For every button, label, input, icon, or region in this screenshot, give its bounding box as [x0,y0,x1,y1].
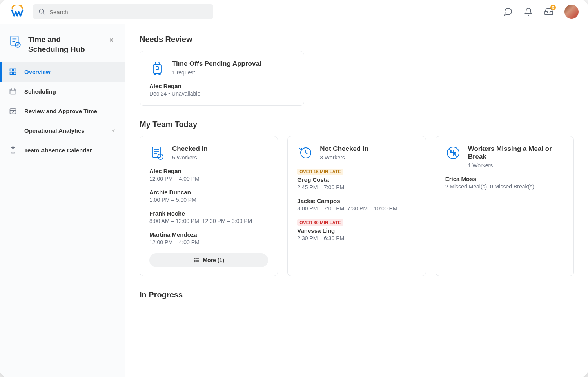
worker-entry: Martina Mendoza 12:00 PM – 4:00 PM [149,231,268,245]
svg-rect-12 [10,89,16,94]
nav-label: Overview [24,69,51,75]
late-badge: OVER 30 MIN LATE [297,219,343,226]
card-subtitle: 5 Workers [172,154,208,161]
svg-point-36 [194,260,194,260]
late-badge: OVER 15 MIN LATE [297,169,343,175]
card-subtitle: 3 Workers [320,154,368,161]
svg-rect-27 [152,147,160,157]
team-today-heading: My Team Today [140,120,574,129]
worker-entry: Frank Roche 8:00 AM – 12:00 PM, 12:30 PM… [149,210,268,224]
svg-rect-16 [10,109,16,114]
svg-point-0 [39,9,44,13]
analytics-icon [9,126,17,135]
worker-entry: OVER 15 MIN LATE Greg Costa 2:45 PM – 7:… [297,168,416,190]
worker-entry: Alec Regan 12:00 PM – 4:00 PM [149,168,268,182]
notifications-icon[interactable] [524,7,533,16]
worker-time: 1:00 PM – 5:00 PM [149,197,268,203]
in-progress-heading: In Progress [140,290,574,299]
svg-rect-9 [14,69,16,71]
chat-icon[interactable] [503,7,513,16]
worker-name: Erica Moss [445,176,564,182]
svg-rect-11 [14,72,16,75]
worker-name: Archie Duncan [149,189,268,196]
worker-name: Martina Mendoza [149,231,268,238]
workday-logo[interactable] [9,4,25,20]
user-avatar[interactable] [564,5,579,19]
topbar: 5 [0,0,588,24]
calendar-check-icon [9,107,17,115]
entry-name: Alec Regan [149,83,294,89]
card-title: Time Offs Pending Approval [172,60,261,68]
svg-rect-10 [10,72,13,75]
worker-time: 8:00 AM – 12:00 PM, 12:30 PM – 3:00 PM [149,218,268,224]
svg-point-26 [159,73,160,75]
missing-break-card[interactable]: Workers Missing a Meal or Break 1 Worker… [436,136,574,276]
card-subtitle: 1 Workers [468,162,564,169]
overview-icon [9,67,17,76]
sidebar: Time and Scheduling Hub Overview Schedul [0,24,125,377]
svg-rect-24 [156,67,158,70]
nav-label: Team Absence Calendar [24,147,92,154]
list-icon [193,257,200,263]
card-subtitle: 1 request [172,69,261,76]
search-icon [38,8,45,15]
worker-name: Frank Roche [149,210,268,217]
worker-time: 2:30 PM – 6:30 PM [297,235,416,241]
svg-point-25 [154,73,156,75]
card-title: Checked In [172,145,208,153]
card-title: Not Checked In [320,145,368,153]
team-grid: Checked In 5 Workers Alec Regan 12:00 PM… [140,136,574,276]
inbox-icon[interactable]: 5 [544,7,554,16]
nav-scheduling[interactable]: Scheduling [0,82,125,101]
checked-in-card[interactable]: Checked In 5 Workers Alec Regan 12:00 PM… [140,136,278,276]
not-checked-in-card[interactable]: Not Checked In 3 Workers OVER 15 MIN LAT… [287,136,426,276]
search-box[interactable] [33,4,213,19]
hub-icon [9,35,22,48]
svg-point-37 [194,261,194,262]
clock-reverse-icon [297,145,313,161]
collapse-sidebar-icon[interactable] [109,36,116,44]
worker-name: Vanessa Ling [297,227,416,234]
worker-time: 3:00 PM – 7:00 PM, 7:30 PM – 10:00 PM [297,205,416,212]
sidebar-header: Time and Scheduling Hub [0,29,125,62]
needs-review-heading: Needs Review [140,35,574,44]
worker-time: 12:00 PM – 4:00 PM [149,176,268,182]
luggage-icon [149,60,165,76]
calendar-icon [9,87,17,96]
more-button[interactable]: More (1) [149,253,268,267]
svg-point-35 [194,258,194,259]
nav-label: Scheduling [24,88,56,95]
sidebar-nav: Overview Scheduling Review and Approve T… [0,62,125,160]
nav-review-approve[interactable]: Review and Approve Time [0,101,125,121]
worker-entry: Erica Moss 2 Missed Meal(s), 0 Missed Br… [445,176,564,190]
clipboard-icon [9,146,17,154]
no-meal-icon [445,145,461,161]
time-offs-pending-card[interactable]: Time Offs Pending Approval 1 request Ale… [140,51,304,106]
document-clock-icon [149,145,165,161]
nav-analytics[interactable]: Operational Analytics [0,121,125,140]
worker-name: Greg Costa [297,176,416,183]
chevron-down-icon [110,127,116,134]
svg-rect-2 [11,36,18,45]
worker-entry: Archie Duncan 1:00 PM – 5:00 PM [149,189,268,203]
worker-name: Jackie Campos [297,198,416,204]
search-input[interactable] [49,9,208,15]
more-label: More (1) [203,257,224,263]
topbar-actions: 5 [503,5,579,19]
worker-detail: 2 Missed Meal(s), 0 Missed Break(s) [445,183,564,190]
inbox-badge: 5 [550,5,556,10]
entry-detail: Dec 24 • Unavailable [149,91,294,97]
card-title: Workers Missing a Meal or Break [468,145,564,161]
nav-team-absence[interactable]: Team Absence Calendar [0,140,125,160]
worker-name: Alec Regan [149,168,268,174]
svg-line-40 [449,149,457,157]
main-content: Needs Review Time Offs Pending Approval … [125,24,588,377]
svg-line-1 [43,13,45,14]
nav-label: Review and Approve Time [24,108,97,114]
svg-rect-8 [10,69,13,71]
app-window: 5 Time and Scheduling Hub [0,0,588,377]
nav-label: Operational Analytics [24,127,85,134]
svg-rect-23 [153,65,161,73]
worker-time: 2:45 PM – 7:00 PM [297,184,416,190]
nav-overview[interactable]: Overview [0,62,125,82]
